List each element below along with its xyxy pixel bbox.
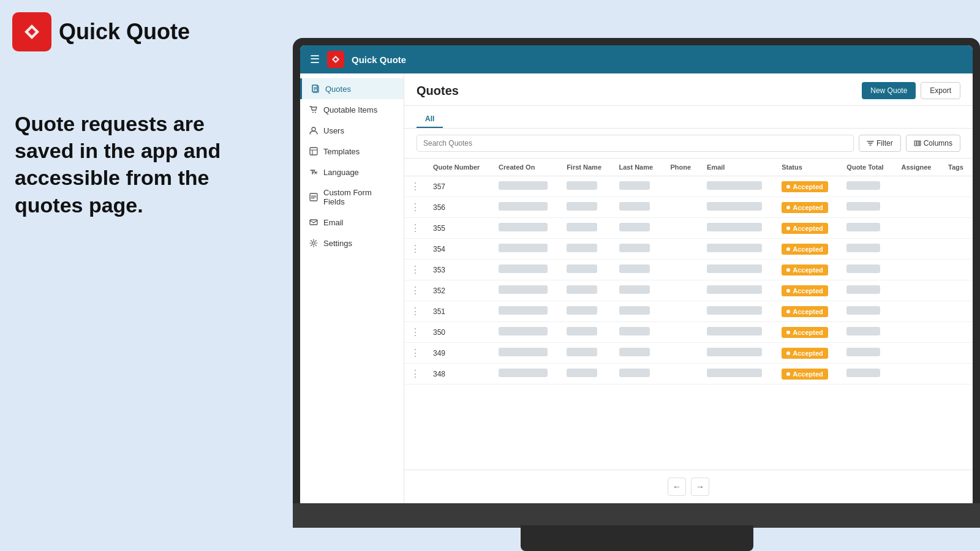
row-phone [665,343,701,364]
sidebar-item-templates[interactable]: Templates [300,141,404,162]
monitor-frame: ☰ Quick Quote [293,38,980,503]
row-menu[interactable]: ⋮ [404,280,427,301]
table-row[interactable]: ⋮ 357 Accepted [404,176,973,197]
dots-menu-icon[interactable]: ⋮ [410,348,421,358]
row-quote-number: 348 [427,364,492,384]
sidebar-item-users[interactable]: Users [300,120,404,141]
col-created-on[interactable]: Created On [492,159,560,176]
dots-menu-icon[interactable]: ⋮ [410,223,421,233]
row-menu[interactable]: ⋮ [404,343,427,364]
svg-rect-10 [914,141,916,146]
row-status: Accepted [775,260,840,280]
row-quote-total [840,364,895,384]
sidebar-item-quotes[interactable]: Quotes [300,78,404,99]
row-assignee [895,280,943,301]
row-menu[interactable]: ⋮ [404,364,427,384]
dots-menu-icon[interactable]: ⋮ [410,327,421,337]
sidebar-item-custom-form-fields[interactable]: Custom Form Fields [300,182,404,212]
row-email [701,176,775,197]
filter-button[interactable]: Filter [859,135,901,152]
row-phone [665,322,701,343]
row-menu[interactable]: ⋮ [404,176,427,197]
row-quote-number: 349 [427,343,492,364]
export-button[interactable]: Export [921,82,960,99]
sidebar-item-language[interactable]: Language [300,162,404,182]
row-status: Accepted [775,364,840,384]
row-quote-total [840,280,895,301]
table-row[interactable]: ⋮ 355 Accepted [404,218,973,239]
table-row[interactable]: ⋮ 351 Accepted [404,301,973,322]
status-badge: Accepted [782,181,828,192]
prev-page-button[interactable]: ← [668,478,686,496]
row-menu[interactable]: ⋮ [404,260,427,280]
col-menu [404,159,427,176]
row-tags [942,280,973,301]
row-menu[interactable]: ⋮ [404,218,427,239]
row-email [701,364,775,384]
table-row[interactable]: ⋮ 352 Accepted [404,280,973,301]
col-status[interactable]: Status [775,159,840,176]
row-phone [665,197,701,218]
row-created-on [492,364,560,384]
hamburger-icon[interactable]: ☰ [310,53,320,66]
dots-menu-icon[interactable]: ⋮ [410,181,421,192]
new-quote-button[interactable]: New Quote [862,82,916,99]
branding: Quick Quote [12,12,190,51]
status-dot [786,268,790,272]
col-first-name[interactable]: First Name [560,159,612,176]
top-nav: ☰ Quick Quote [300,45,973,73]
status-dot [786,289,790,293]
row-status: Accepted [775,280,840,301]
row-phone [665,301,701,322]
row-last-name [613,218,665,239]
main-content: Quotes Quotable Items [300,73,973,503]
dots-menu-icon[interactable]: ⋮ [410,264,421,275]
svg-rect-6 [310,148,317,155]
col-tags[interactable]: Tags [942,159,973,176]
col-phone[interactable]: Phone [665,159,701,176]
status-badge: Accepted [782,244,828,255]
dots-menu-icon[interactable]: ⋮ [410,306,421,317]
col-quote-total[interactable]: Quote Total [840,159,895,176]
sidebar-item-settings[interactable]: Settings [300,233,404,253]
template-icon [309,146,318,156]
table-row[interactable]: ⋮ 354 Accepted [404,239,973,260]
col-assignee[interactable]: Assignee [895,159,943,176]
tab-all[interactable]: All [417,111,443,128]
col-last-name[interactable]: Last Name [613,159,665,176]
cart-icon [309,105,318,114]
dots-menu-icon[interactable]: ⋮ [410,244,421,254]
row-last-name [613,343,665,364]
sidebar-item-email[interactable]: Email [300,212,404,233]
table-row[interactable]: ⋮ 349 Accepted [404,343,973,364]
row-menu[interactable]: ⋮ [404,301,427,322]
row-created-on [492,322,560,343]
row-status: Accepted [775,239,840,260]
dots-menu-icon[interactable]: ⋮ [410,285,421,296]
row-assignee [895,197,943,218]
table-row[interactable]: ⋮ 348 Accepted [404,364,973,384]
status-badge: Accepted [782,223,828,234]
table-row[interactable]: ⋮ 356 Accepted [404,197,973,218]
col-email[interactable]: Email [701,159,775,176]
col-quote-number[interactable]: Quote Number [427,159,492,176]
search-input[interactable] [417,135,854,152]
row-assignee [895,239,943,260]
columns-button[interactable]: Columns [906,135,960,152]
next-page-button[interactable]: → [691,478,709,496]
dots-menu-icon[interactable]: ⋮ [410,202,421,212]
sidebar-label-templates: Templates [323,147,360,156]
dots-menu-icon[interactable]: ⋮ [410,369,421,379]
sidebar-item-quotable-items[interactable]: Quotable Items [300,99,404,120]
row-menu[interactable]: ⋮ [404,197,427,218]
row-status: Accepted [775,197,840,218]
row-quote-total [840,260,895,280]
table-row[interactable]: ⋮ 350 Accepted [404,322,973,343]
table-row[interactable]: ⋮ 353 Accepted [404,260,973,280]
row-tags [942,343,973,364]
status-badge: Accepted [782,348,828,359]
row-menu[interactable]: ⋮ [404,239,427,260]
status-dot [786,331,790,334]
row-menu[interactable]: ⋮ [404,322,427,343]
row-email [701,218,775,239]
